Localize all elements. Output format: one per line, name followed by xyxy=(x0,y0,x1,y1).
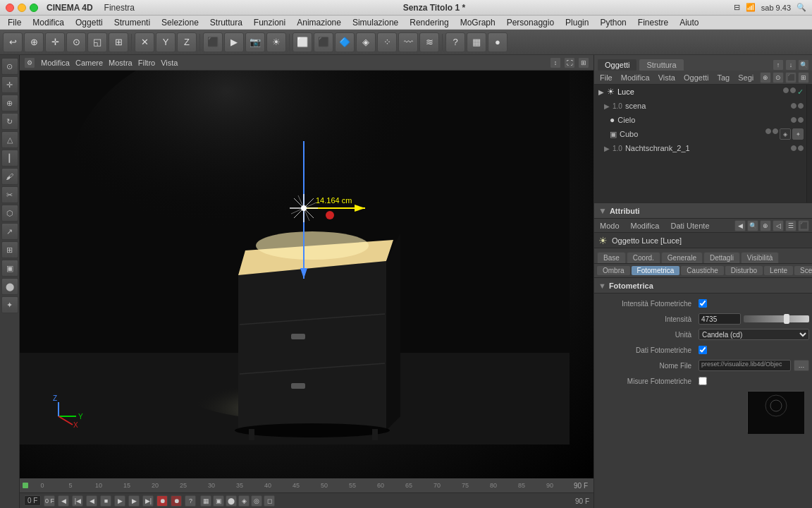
obj-icon4[interactable]: ⊞ xyxy=(798,72,809,83)
nacht-ind1[interactable] xyxy=(791,145,796,151)
sidebar-rotate[interactable]: ↻ xyxy=(1,113,18,130)
cubo-ind2[interactable] xyxy=(773,128,778,134)
misure-fotometriche-checkbox[interactable] xyxy=(699,377,707,385)
menu-rendering[interactable]: Rendering xyxy=(405,17,453,28)
sidebar-extrude[interactable]: ⬡ xyxy=(1,205,18,222)
menu-aiuto[interactable]: Aiuto xyxy=(675,17,703,28)
cubo-tag2[interactable]: ✦ xyxy=(792,128,804,140)
play-next-frame[interactable]: ▶ xyxy=(128,495,140,507)
play-first[interactable]: |◀ xyxy=(72,495,83,507)
obj-menu-oggetti[interactable]: Oggetti xyxy=(681,73,711,82)
luce-ind2[interactable] xyxy=(790,87,796,93)
sidebar-joint[interactable]: ⬤ xyxy=(1,278,18,295)
play-prev-frame[interactable]: ◀ xyxy=(86,495,97,507)
intensita-fotometriche-checkbox[interactable] xyxy=(699,299,707,308)
spline-btn[interactable]: 〰 xyxy=(398,32,418,52)
obj-menu-file[interactable]: File xyxy=(597,73,615,82)
render-btn[interactable]: ✕ xyxy=(135,32,154,52)
attr-menu-modifica[interactable]: Modifica xyxy=(628,222,663,230)
play-prev[interactable]: ◀ xyxy=(58,495,69,507)
obj-down-icon[interactable]: ↓ xyxy=(785,59,796,71)
record-auto[interactable]: ⏺ xyxy=(171,495,182,507)
sidebar-rig[interactable]: ✦ xyxy=(1,296,18,313)
obj-cubo[interactable]: ▣ Cubo ◈ ✦ xyxy=(594,127,806,141)
help-btn[interactable]: ? xyxy=(445,32,465,52)
attr-collapse-icon[interactable]: ▼ xyxy=(598,206,607,216)
menu-personaggio[interactable]: Personaggio xyxy=(502,17,559,28)
tab-struttura[interactable]: Struttura xyxy=(639,59,684,71)
scena-ind2[interactable] xyxy=(798,103,804,109)
cubo-tag1[interactable]: ◈ xyxy=(780,128,791,140)
vp-modifica[interactable]: Modifica xyxy=(41,59,70,67)
undo-btn[interactable]: ↩ xyxy=(3,32,23,52)
object-tool[interactable]: ◱ xyxy=(87,32,107,52)
menu-selezione[interactable]: Selezione xyxy=(156,17,204,28)
nurbs-btn[interactable]: 🔷 xyxy=(335,32,355,52)
menu-finestre[interactable]: Finestre xyxy=(633,17,673,28)
sidebar-scale[interactable]: ⊕ xyxy=(1,95,18,111)
scena-ind1[interactable] xyxy=(791,103,796,109)
tl-icon1[interactable]: ▦ xyxy=(200,495,211,507)
obj-scrollbar[interactable] xyxy=(806,85,812,202)
nacht-ind2[interactable] xyxy=(798,145,804,151)
sphere-btn[interactable]: ⬛ xyxy=(314,32,333,52)
attr-menu-dati[interactable]: Dati Utente xyxy=(668,222,713,230)
menu-struttura[interactable]: Struttura xyxy=(205,17,247,28)
attr-subtab-scena[interactable]: Scena xyxy=(794,266,812,275)
menu-modifica[interactable]: Modifica xyxy=(27,17,69,28)
dati-fotometriche-checkbox[interactable] xyxy=(699,346,707,354)
vp-camere[interactable]: Camere xyxy=(75,59,103,67)
attr-tab-base[interactable]: Base xyxy=(597,252,626,263)
unita-select[interactable]: Candela (cd) xyxy=(699,329,809,340)
tl-icon2[interactable]: ▣ xyxy=(213,495,224,507)
cielo-ind1[interactable] xyxy=(791,117,796,123)
vp-expand-icon[interactable]: ↕ xyxy=(550,57,561,68)
attr-icon3[interactable]: ◁ xyxy=(773,220,784,231)
cielo-ind2[interactable] xyxy=(798,117,804,123)
obj-menu-tag[interactable]: Tag xyxy=(714,73,732,82)
sidebar-brush[interactable]: ┃ xyxy=(1,150,18,167)
attr-tab-generale[interactable]: Generale xyxy=(661,252,703,263)
motion-btn[interactable]: ▶ xyxy=(224,32,244,52)
viewport-3d[interactable]: Prospettiva xyxy=(20,71,593,478)
tl-icon5[interactable]: ◎ xyxy=(251,495,262,507)
attr-icon1[interactable]: ◀ xyxy=(734,220,746,231)
attr-subtab-lente[interactable]: Lente xyxy=(764,266,793,275)
light-btn[interactable]: ☀ xyxy=(266,32,286,52)
menu-animazione[interactable]: Animazione xyxy=(292,17,346,28)
obj-search-icon[interactable]: 🔍 xyxy=(798,59,809,71)
stop-btn[interactable]: ■ xyxy=(100,495,111,507)
cubo-ind1[interactable] xyxy=(765,128,771,134)
zoom-button[interactable] xyxy=(30,4,38,12)
obj-icon2[interactable]: ⊙ xyxy=(773,72,784,83)
attr-subtab-fotometrica[interactable]: Fotometrica xyxy=(632,266,680,275)
record-btn[interactable]: ⏺ xyxy=(156,495,168,507)
sidebar-poly[interactable]: △ xyxy=(1,131,18,148)
tl-icon4[interactable]: ◈ xyxy=(238,495,250,507)
transform-tool[interactable]: ⊞ xyxy=(109,32,128,52)
menu-strumenti[interactable]: Strumenti xyxy=(109,17,155,28)
attr-icon5[interactable]: ⬛ xyxy=(798,220,809,231)
attr-icon4[interactable]: ☰ xyxy=(785,220,796,231)
obj-menu-segi[interactable]: Segi xyxy=(735,73,756,82)
attr-subtab-ombra[interactable]: Ombra xyxy=(597,266,630,275)
end-frame-input[interactable]: 90 F xyxy=(575,497,589,505)
menu-file[interactable]: File xyxy=(3,17,26,28)
window-controls[interactable] xyxy=(6,4,38,12)
obj-menu-vista[interactable]: Vista xyxy=(656,73,678,82)
hud-btn[interactable]: ▦ xyxy=(467,32,486,52)
play-last[interactable]: ▶| xyxy=(142,495,154,507)
nome-file-browse-btn[interactable]: … xyxy=(794,360,809,371)
obj-nachtschrank[interactable]: ▶ 1.0 Nachtschrank_2_1 xyxy=(594,141,806,155)
zaxis-btn[interactable]: Z xyxy=(177,32,197,52)
yaxis-btn[interactable]: Y xyxy=(156,32,176,52)
play-btn[interactable]: ▶ xyxy=(114,495,125,507)
obj-icon3[interactable]: ⬛ xyxy=(785,72,796,83)
keyframe-btn[interactable]: ⬛ xyxy=(203,32,223,52)
vp-vista[interactable]: Vista xyxy=(161,59,178,67)
menu-funzioni[interactable]: Funzioni xyxy=(249,17,290,28)
attr-subtab-disturbo[interactable]: Disturbo xyxy=(725,266,763,275)
render-view-btn[interactable]: ● xyxy=(488,32,508,52)
particles-btn[interactable]: ⁘ xyxy=(377,32,397,52)
vp-filtro[interactable]: Filtro xyxy=(138,59,155,67)
